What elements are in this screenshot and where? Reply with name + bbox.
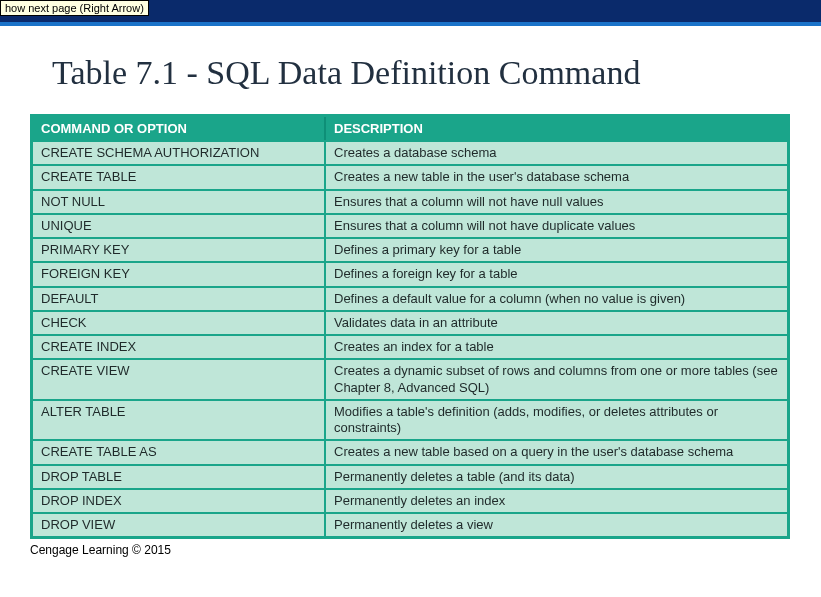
cell-description: Permanently deletes a view [326,512,787,536]
table-row: CREATE TABLECreates a new table in the u… [33,164,787,188]
table-row: DROP VIEWPermanently deletes a view [33,512,787,536]
table-row: FOREIGN KEYDefines a foreign key for a t… [33,261,787,285]
table-row: PRIMARY KEYDefines a primary key for a t… [33,237,787,261]
cell-command: FOREIGN KEY [33,261,326,285]
page-title: Table 7.1 - SQL Data Definition Command [52,54,791,92]
cell-description: Permanently deletes a table (and its dat… [326,464,787,488]
cell-command: CREATE TABLE AS [33,439,326,463]
cell-description: Defines a foreign key for a table [326,261,787,285]
cell-command: NOT NULL [33,189,326,213]
cell-description: Creates a database schema [326,140,787,164]
cell-command: CHECK [33,310,326,334]
table-row: CREATE INDEXCreates an index for a table [33,334,787,358]
cell-command: DROP VIEW [33,512,326,536]
table-row: CREATE SCHEMA AUTHORIZATIONCreates a dat… [33,140,787,164]
cell-description: Creates an index for a table [326,334,787,358]
cell-command: ALTER TABLE [33,399,326,440]
table-row: NOT NULLEnsures that a column will not h… [33,189,787,213]
cell-command: CREATE INDEX [33,334,326,358]
table-row: DEFAULTDefines a default value for a col… [33,286,787,310]
cell-command: DROP TABLE [33,464,326,488]
table-row: DROP TABLEPermanently deletes a table (a… [33,464,787,488]
cell-command: PRIMARY KEY [33,237,326,261]
next-page-tooltip: how next page (Right Arrow) [0,0,149,16]
cell-description: Defines a default value for a column (wh… [326,286,787,310]
cell-command: DROP INDEX [33,488,326,512]
cell-description: Modifies a table's definition (adds, mod… [326,399,787,440]
cell-description: Defines a primary key for a table [326,237,787,261]
sql-ddl-table: COMMAND OR OPTION DESCRIPTION CREATE SCH… [30,114,790,539]
cell-description: Creates a dynamic subset of rows and col… [326,358,787,399]
table-row: CHECKValidates data in an attribute [33,310,787,334]
cell-description: Ensures that a column will not have dupl… [326,213,787,237]
cell-command: CREATE VIEW [33,358,326,399]
cell-description: Ensures that a column will not have null… [326,189,787,213]
cell-description: Creates a new table based on a query in … [326,439,787,463]
cell-description: Permanently deletes an index [326,488,787,512]
table-row: CREATE TABLE ASCreates a new table based… [33,439,787,463]
copyright-text: Cengage Learning © 2015 [30,543,791,557]
cell-command: DEFAULT [33,286,326,310]
slide-page: Table 7.1 - SQL Data Definition Command … [0,26,821,557]
table-row: DROP INDEXPermanently deletes an index [33,488,787,512]
cell-command: UNIQUE [33,213,326,237]
cell-command: CREATE SCHEMA AUTHORIZATION [33,140,326,164]
table-row: UNIQUEEnsures that a column will not hav… [33,213,787,237]
cell-command: CREATE TABLE [33,164,326,188]
header-description: DESCRIPTION [326,117,787,140]
cell-description: Validates data in an attribute [326,310,787,334]
table-row: CREATE VIEWCreates a dynamic subset of r… [33,358,787,399]
table-row: ALTER TABLEModifies a table's definition… [33,399,787,440]
header-command: COMMAND OR OPTION [33,117,326,140]
table-header-row: COMMAND OR OPTION DESCRIPTION [33,117,787,140]
cell-description: Creates a new table in the user's databa… [326,164,787,188]
